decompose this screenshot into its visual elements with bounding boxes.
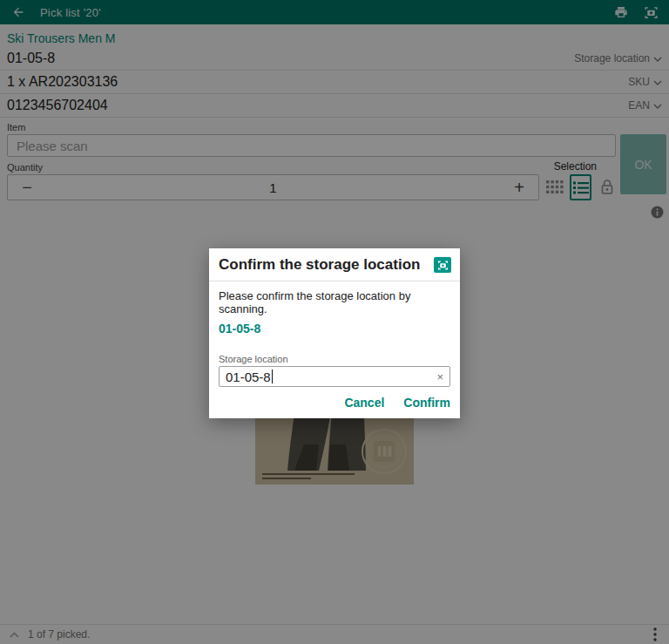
pick-list-screen: Pick list '20' Ski Trousers Men M 01-05-… [0, 0, 669, 644]
dialog-input-value: 01-05-8 [226, 369, 271, 384]
text-caret [272, 369, 274, 383]
clear-input-icon[interactable]: × [436, 371, 443, 383]
cancel-button[interactable]: Cancel [344, 396, 384, 410]
confirm-storage-dialog: Confirm the storage location Please conf… [209, 248, 460, 418]
dialog-message: Please confirm the storage location by s… [219, 289, 450, 315]
dialog-header: Confirm the storage location [209, 248, 460, 281]
dialog-storage-input[interactable]: 01-05-8 × [219, 366, 450, 387]
confirm-button[interactable]: Confirm [403, 396, 450, 410]
dialog-input-label: Storage location [219, 354, 450, 364]
dialog-scan-icon[interactable] [434, 257, 451, 273]
dialog-body: Please confirm the storage location by s… [209, 281, 460, 387]
dialog-title: Confirm the storage location [219, 256, 420, 274]
dialog-location: 01-05-8 [219, 322, 450, 336]
dialog-actions: Cancel Confirm [209, 387, 460, 418]
